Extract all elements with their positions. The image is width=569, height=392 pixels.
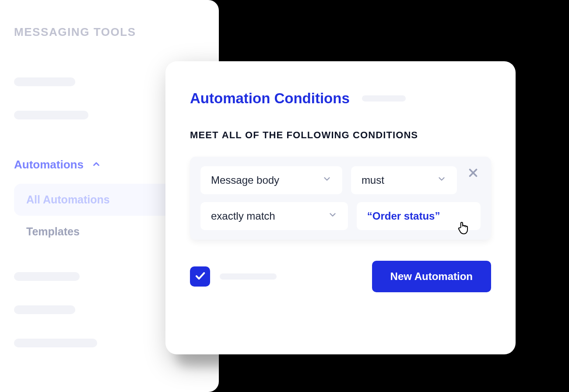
subheader-suffix: OF THE FOLLOWING CONDITIONS xyxy=(242,130,418,140)
skeleton-line xyxy=(14,77,75,86)
panel-footer: New Automation xyxy=(190,261,491,292)
skeleton-line xyxy=(362,95,406,102)
skeleton-line xyxy=(14,111,88,119)
sidebar-title: MESSAGING TOOLS xyxy=(14,25,205,39)
chevron-up-icon xyxy=(91,159,101,171)
chevron-down-icon xyxy=(437,174,446,186)
operator-select-value: exactly match xyxy=(211,210,275,222)
subheader-bold: ALL xyxy=(222,130,242,140)
field-select-value: Message body xyxy=(211,174,279,186)
skeleton-line xyxy=(14,272,80,281)
check-icon xyxy=(194,270,206,284)
automation-conditions-panel: Automation Conditions MEET ALL OF THE FO… xyxy=(165,61,516,354)
value-input[interactable]: “Order status” xyxy=(357,202,481,230)
chevron-down-icon xyxy=(322,174,332,186)
pointer-cursor-icon xyxy=(455,220,470,238)
footer-left xyxy=(190,266,277,287)
skeleton-line xyxy=(14,305,75,314)
button-label: New Automation xyxy=(390,270,473,282)
operator-select[interactable]: exactly match xyxy=(200,202,348,230)
skeleton-line xyxy=(220,273,277,280)
qualifier-select[interactable]: must xyxy=(351,166,457,194)
close-icon[interactable] xyxy=(467,166,480,181)
conditions-subheader: MEET ALL OF THE FOLLOWING CONDITIONS xyxy=(190,130,491,141)
checkbox-checked[interactable] xyxy=(190,266,210,287)
sidebar-group-label: Automations xyxy=(14,158,84,172)
skeleton-line xyxy=(14,339,97,347)
new-automation-button[interactable]: New Automation xyxy=(372,261,491,292)
condition-row: exactly match “Order status” xyxy=(200,202,481,230)
stage: MESSAGING TOOLS Automations All Automati… xyxy=(0,0,569,392)
value-input-text: “Order status” xyxy=(367,210,440,222)
panel-title: Automation Conditions xyxy=(190,90,350,107)
field-select[interactable]: Message body xyxy=(200,166,342,194)
condition-block: Message body must exactly match xyxy=(190,157,491,240)
panel-header: Automation Conditions xyxy=(190,90,491,107)
condition-row: Message body must xyxy=(200,166,481,194)
subheader-prefix: MEET xyxy=(190,130,222,140)
qualifier-select-value: must xyxy=(362,174,384,186)
chevron-down-icon xyxy=(328,210,337,222)
sidebar-item-label: Templates xyxy=(26,225,80,238)
sidebar-item-label: All Automations xyxy=(26,193,110,206)
